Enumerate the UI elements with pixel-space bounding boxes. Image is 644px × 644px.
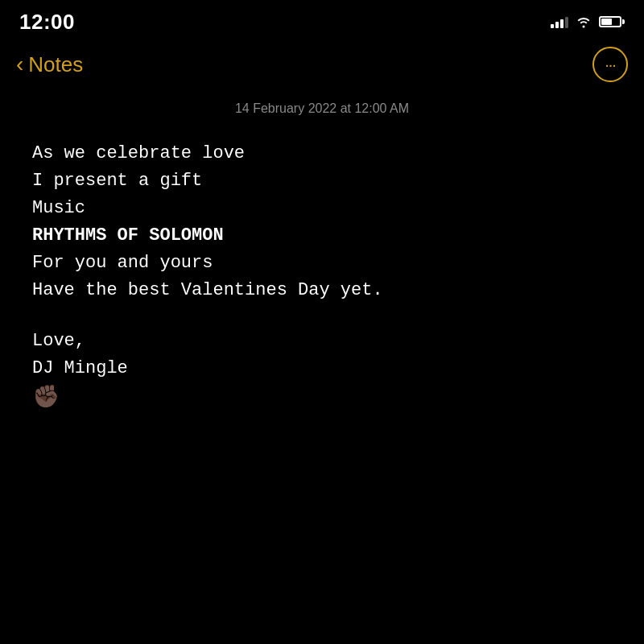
note-spacer (32, 305, 612, 328)
ellipsis-icon: ··· (605, 56, 616, 72)
note-closing-2: DJ Mingle (32, 355, 612, 382)
status-time: 12:00 (19, 10, 75, 35)
chevron-left-icon: ‹ (16, 53, 23, 76)
wifi-icon (575, 15, 592, 28)
nav-bar: ‹ Notes ··· (0, 40, 644, 95)
more-button[interactable]: ··· (592, 47, 628, 82)
note-line-6: Have the best Valentines Day yet. (32, 277, 612, 304)
note-date: 14 February 2022 at 12:00 AM (0, 101, 644, 116)
note-line-4: RHYTHMS OF SOLOMON (32, 222, 612, 250)
note-line-2: I present a gift (32, 167, 612, 195)
nav-title: Notes (28, 52, 83, 77)
note-line-5: For you and yours (32, 250, 612, 277)
note-closing-1: Love, (32, 328, 612, 355)
back-button[interactable]: ‹ Notes (16, 52, 83, 77)
note-body: As we celebrate love I present a gift Mu… (0, 140, 644, 414)
note-line-3: Music (32, 195, 612, 222)
signal-icon (551, 15, 568, 28)
battery-icon (599, 16, 625, 27)
status-icons (551, 15, 625, 28)
note-emoji: ✊🏿 (32, 382, 612, 414)
note-line-1: As we celebrate love (32, 140, 612, 167)
status-bar: 12:00 (0, 0, 644, 40)
